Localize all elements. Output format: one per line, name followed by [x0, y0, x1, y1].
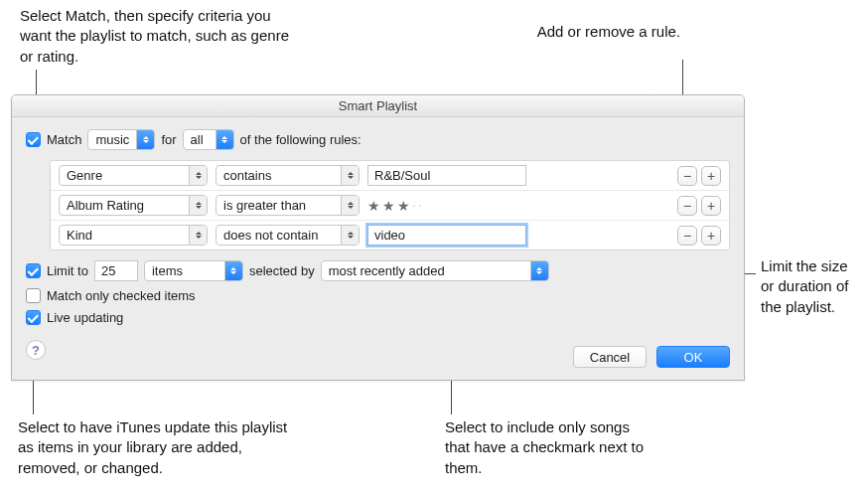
select-value: most recently added: [329, 263, 445, 278]
remove-rule-button[interactable]: −: [677, 166, 697, 186]
select-value: is greater than: [223, 198, 306, 213]
ok-button[interactable]: OK: [656, 346, 730, 368]
rule-operator-select[interactable]: contains: [216, 165, 360, 186]
limit-mode-select[interactable]: most recently added: [321, 260, 549, 281]
select-value: contains: [223, 168, 271, 183]
limit-checkbox[interactable]: [26, 263, 41, 278]
rule-field-select[interactable]: Kind: [59, 225, 208, 246]
limit-label: Limit to: [47, 263, 88, 278]
cancel-button[interactable]: Cancel: [573, 346, 647, 368]
callout-live: Select to have iTunes update this playli…: [18, 417, 306, 478]
rule-field-select[interactable]: Album Rating: [59, 195, 208, 216]
chevron-updown-icon: [530, 261, 548, 280]
rules-list: Genre contains R&B/Soul − + Album Rating…: [50, 160, 730, 250]
chevron-updown-icon: [341, 196, 359, 215]
chevron-updown-icon: [341, 166, 359, 185]
limit-count-input[interactable]: 25: [94, 260, 138, 281]
rule-row: Genre contains R&B/Soul − +: [51, 161, 729, 190]
rule-row: Album Rating is greater than ★★★·· − +: [51, 190, 729, 220]
add-rule-button[interactable]: +: [701, 226, 721, 246]
rule-value-input[interactable]: R&B/Soul: [367, 165, 526, 186]
remove-rule-button[interactable]: −: [677, 226, 697, 246]
help-button[interactable]: ?: [26, 340, 46, 360]
chevron-updown-icon: [216, 130, 233, 149]
chevron-updown-icon: [341, 226, 359, 245]
selected-by-label: selected by: [249, 263, 315, 278]
chevron-updown-icon: [189, 166, 207, 185]
rule-operator-select[interactable]: is greater than: [216, 195, 360, 216]
chevron-updown-icon: [136, 130, 154, 149]
smart-playlist-window: Smart Playlist Match music for all of th…: [11, 94, 745, 381]
star-icon: ★: [382, 198, 395, 214]
rule-field-select[interactable]: Genre: [59, 165, 208, 186]
rule-row: Kind does not contain video − +: [51, 220, 729, 249]
callout-checked: Select to include only songs that have a…: [445, 417, 653, 478]
select-value: Album Rating: [67, 198, 144, 213]
callout-addremove: Add or remove a rule.: [521, 22, 680, 42]
chevron-updown-icon: [224, 261, 242, 280]
input-value: R&B/Soul: [374, 168, 430, 183]
rule-star-rating[interactable]: ★★★··: [367, 198, 655, 214]
limit-unit-select[interactable]: items: [144, 260, 243, 281]
star-empty-icon: ·: [418, 198, 422, 214]
star-empty-icon: ·: [412, 198, 416, 214]
match-label-for: for: [161, 132, 176, 147]
add-rule-button[interactable]: +: [701, 166, 721, 186]
rule-value-input[interactable]: video: [367, 225, 526, 246]
select-value: Genre: [67, 168, 102, 183]
add-rule-button[interactable]: +: [701, 196, 721, 216]
select-value: does not contain: [223, 228, 318, 243]
callout-limit: Limit the size or duration of the playli…: [761, 256, 865, 317]
match-media-select[interactable]: music: [87, 129, 155, 150]
match-scope-select[interactable]: all: [183, 129, 234, 150]
star-icon: ★: [367, 198, 380, 214]
rule-operator-select[interactable]: does not contain: [216, 225, 360, 246]
chevron-updown-icon: [189, 226, 207, 245]
match-label-post: of the following rules:: [240, 132, 362, 147]
select-value: items: [152, 263, 183, 278]
select-value: music: [95, 132, 129, 147]
remove-rule-button[interactable]: −: [677, 196, 697, 216]
match-checkbox[interactable]: [26, 132, 41, 147]
input-value: video: [374, 228, 405, 243]
match-checked-items-label: Match only checked items: [47, 288, 196, 303]
match-row: Match music for all of the following rul…: [26, 129, 730, 150]
window-title: Smart Playlist: [12, 95, 744, 117]
live-updating-label: Live updating: [47, 310, 123, 325]
input-value: 25: [101, 263, 115, 278]
star-icon: ★: [397, 198, 410, 214]
match-checked-items-checkbox[interactable]: [26, 288, 41, 303]
match-label-pre: Match: [47, 132, 81, 147]
select-value: all: [191, 132, 204, 147]
live-updating-checkbox[interactable]: [26, 310, 41, 325]
callout-match: Select Match, then specify criteria you …: [20, 6, 298, 67]
select-value: Kind: [67, 228, 92, 243]
chevron-updown-icon: [189, 196, 207, 215]
